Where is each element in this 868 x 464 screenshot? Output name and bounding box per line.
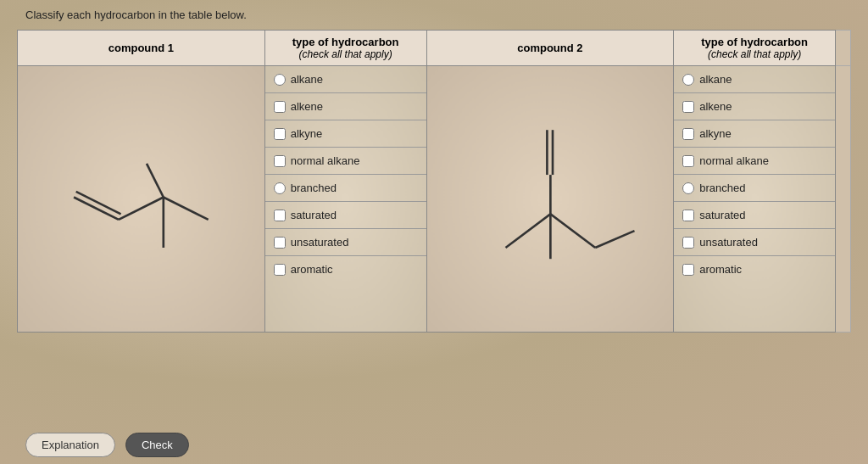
compound2-header: compound 2: [426, 31, 674, 66]
c1-alkyne-row: alkyne: [265, 120, 426, 148]
c1-normal-alkane-row: normal alkane: [265, 148, 426, 175]
svg-line-9: [505, 214, 550, 248]
c2-aromatic-checkbox[interactable]: [682, 264, 694, 276]
c2-aromatic-label[interactable]: aromatic: [699, 263, 742, 276]
c2-unsaturated-checkbox[interactable]: [682, 237, 694, 249]
c2-branched-radio[interactable]: [682, 182, 694, 194]
c1-branched-row: branched: [265, 175, 426, 202]
c2-branched-label[interactable]: branched: [699, 182, 745, 194]
c2-alkane-radio[interactable]: [682, 74, 694, 86]
checkbox-list-1: alkane alkene alkyne normal alkane: [265, 66, 426, 282]
svg-line-2: [119, 198, 164, 220]
c1-normal-alkane-checkbox[interactable]: [274, 155, 286, 167]
c2-normal-alkane-label[interactable]: normal alkane: [699, 154, 769, 167]
compound1-header: compound 1: [18, 31, 265, 66]
c2-alkane-label[interactable]: alkane: [699, 73, 732, 86]
c2-saturated-label[interactable]: saturated: [699, 209, 745, 221]
c1-aromatic-row: aromatic: [265, 256, 426, 282]
compound1-svg: [18, 66, 264, 328]
c1-alkyne-checkbox[interactable]: [274, 128, 286, 140]
c1-unsaturated-label[interactable]: unsaturated: [291, 236, 349, 249]
type-header-1: type of hydrocarbon (check all that appl…: [264, 31, 426, 66]
compound1-checkboxes: alkane alkene alkyne normal alkane: [264, 66, 426, 333]
c2-saturated-checkbox[interactable]: [682, 210, 694, 221]
c2-alkene-label[interactable]: alkene: [699, 100, 732, 113]
svg-line-10: [550, 214, 595, 248]
c1-aromatic-label[interactable]: aromatic: [291, 263, 333, 276]
compound2-svg: [427, 66, 674, 328]
c1-unsaturated-checkbox[interactable]: [274, 237, 286, 249]
c1-alkane-row: alkane: [265, 66, 426, 93]
c1-aromatic-checkbox[interactable]: [274, 264, 286, 276]
c1-saturated-checkbox[interactable]: [274, 210, 286, 221]
c2-alkyne-checkbox[interactable]: [682, 128, 694, 140]
svg-line-11: [595, 231, 634, 248]
instruction-text: Classify each hydrocarbon in the table b…: [25, 8, 851, 21]
c2-alkyne-label[interactable]: alkyne: [699, 127, 732, 140]
checkbox-list-2: alkane alkene alkyne normal alkane: [674, 66, 835, 282]
c1-saturated-row: saturated: [265, 202, 426, 229]
c2-branched-row: branched: [674, 175, 835, 202]
c1-alkane-radio[interactable]: [274, 74, 286, 86]
scrollbar[interactable]: [836, 31, 851, 66]
c1-saturated-label[interactable]: saturated: [291, 209, 337, 221]
type-header-2: type of hydrocarbon (check all that appl…: [674, 31, 836, 66]
bottom-bar: Explanation Check: [17, 422, 851, 464]
c1-branched-radio[interactable]: [274, 182, 286, 194]
c2-saturated-row: saturated: [674, 202, 835, 229]
c2-normal-alkane-row: normal alkane: [674, 148, 835, 175]
scrollbar-body[interactable]: [836, 66, 851, 333]
c2-unsaturated-row: unsaturated: [674, 229, 835, 256]
c1-alkene-row: alkene: [265, 93, 426, 120]
compound1-drawing: [18, 66, 265, 333]
c1-alkane-label[interactable]: alkane: [291, 73, 323, 86]
svg-line-4: [164, 198, 209, 220]
compound2-drawing: [426, 66, 674, 333]
c2-alkene-row: alkene: [674, 93, 835, 120]
classification-table: compound 1 type of hydrocarbon (check al…: [17, 30, 851, 333]
c1-alkene-label[interactable]: alkene: [291, 100, 323, 113]
c1-normal-alkane-label[interactable]: normal alkane: [291, 154, 360, 167]
check-button[interactable]: Check: [125, 433, 189, 457]
c1-alkene-checkbox[interactable]: [274, 101, 286, 113]
explanation-button[interactable]: Explanation: [25, 433, 115, 457]
c1-unsaturated-row: unsaturated: [265, 229, 426, 256]
c2-alkene-checkbox[interactable]: [682, 101, 694, 113]
c2-alkane-row: alkane: [674, 66, 835, 93]
c1-branched-label[interactable]: branched: [291, 182, 337, 194]
c1-alkyne-label[interactable]: alkyne: [291, 127, 323, 140]
c2-alkyne-row: alkyne: [674, 120, 835, 148]
compound2-checkboxes: alkane alkene alkyne normal alkane: [674, 66, 836, 333]
c2-normal-alkane-checkbox[interactable]: [682, 155, 694, 167]
c2-unsaturated-label[interactable]: unsaturated: [699, 236, 758, 249]
c2-aromatic-row: aromatic: [674, 256, 835, 282]
svg-line-5: [147, 164, 164, 198]
